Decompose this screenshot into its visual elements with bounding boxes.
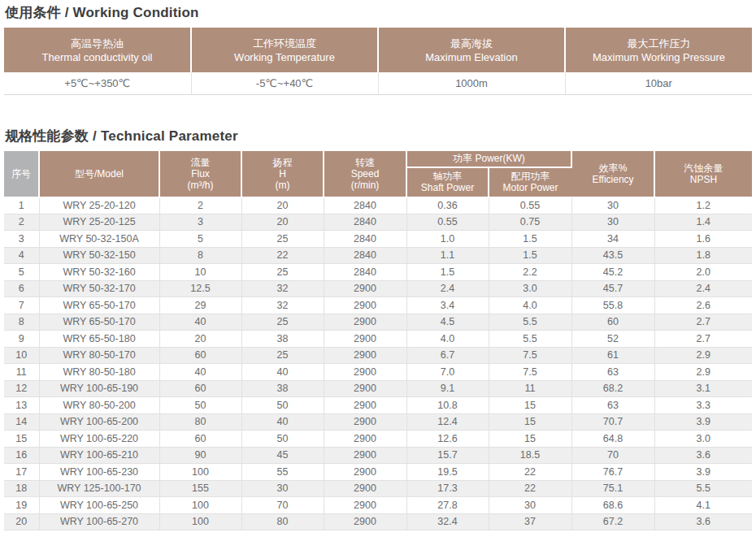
npsh-cell: 1.8 (654, 247, 752, 264)
motor-power-cell: 5.5 (489, 331, 571, 348)
technical-parameter-title: 规格性能参数 / Technical Parameter (5, 127, 752, 145)
col-header-maximum-working-pressure: 最大工作压力 Maximum Working Pressure (565, 28, 752, 72)
header-zh: 最高海拔 (379, 37, 564, 50)
col-header-serial: 序号 (4, 151, 39, 197)
shaft-power-cell: 15.7 (406, 447, 489, 464)
serial-cell: 15 (4, 431, 39, 448)
head-cell: 50 (241, 397, 324, 414)
flux-cell: 5 (159, 231, 241, 248)
efficiency-cell: 63 (571, 397, 654, 414)
serial-cell: 5 (4, 264, 39, 281)
efficiency-cell: 70 (571, 447, 654, 464)
table-row: 11WRY 80-50-180404029007.07.5632.9 (4, 364, 752, 381)
table-row: 20WRY 100-65-27010080290032.43767.23.6 (4, 513, 752, 530)
flux-cell: 155 (159, 480, 241, 497)
table-row: 15WRY 100-65-2206050290012.61564.83.0 (4, 431, 752, 448)
serial-cell: 17 (4, 464, 39, 481)
model-cell: WRY 65-50-170 (39, 314, 159, 331)
efficiency-cell: 68.6 (571, 497, 654, 514)
head-cell: 30 (241, 480, 324, 497)
flux-cell: 60 (159, 431, 241, 448)
head-cell: 50 (241, 431, 324, 448)
serial-cell: 3 (4, 231, 39, 248)
speed-cell: 2900 (324, 364, 406, 381)
serial-cell: 2 (4, 214, 39, 231)
model-cell: WRY 80-50-170 (39, 347, 159, 364)
speed-cell: 2900 (324, 297, 406, 314)
efficiency-cell: 70.7 (571, 413, 654, 431)
table-row: 3WRY 50-32-150A52528401.01.5341.6 (4, 231, 752, 248)
model-cell: WRY 100-65-220 (39, 431, 159, 448)
col-header-motor-power: 配用功率 Motor Power (489, 167, 571, 197)
table-row: 9WRY 65-50-180203829004.05.5522.7 (4, 331, 752, 348)
header-zh: 流量 (160, 157, 241, 168)
col-header-efficiency: 效率% Efficiency (571, 151, 654, 197)
flux-cell: 20 (159, 331, 241, 348)
shaft-power-cell: 1.1 (406, 247, 489, 264)
motor-power-cell: 2.2 (489, 264, 571, 281)
serial-cell: 10 (4, 347, 39, 364)
header-en: NPSH (655, 174, 752, 185)
col-header-power-group: 功率 Power(KW) (406, 151, 571, 167)
table-row: 12WRY 100-65-190603829009.11168.23.1 (4, 380, 752, 397)
head-cell: 25 (241, 264, 324, 281)
flux-cell: 100 (159, 497, 241, 514)
npsh-cell: 1.6 (654, 231, 752, 248)
motor-power-cell: 18.5 (489, 447, 571, 464)
npsh-cell: 2.6 (654, 297, 752, 314)
flux-cell: 40 (159, 314, 241, 331)
flux-cell: 29 (159, 297, 241, 314)
npsh-cell: 2.0 (654, 264, 752, 281)
header-en: Efficiency (572, 174, 654, 185)
shaft-power-cell: 12.4 (406, 413, 489, 431)
table-row: 1WRY 25-20-12022028400.360.55301.2 (4, 197, 752, 214)
table-row: 5WRY 50-32-160102528401.52.245.22.0 (4, 264, 752, 281)
efficiency-cell: 61 (571, 347, 654, 364)
speed-cell: 2900 (324, 397, 406, 414)
header-zh: 工作环境温度 (192, 37, 377, 50)
table-row: 13WRY 80-50-2005050290010.815633.3 (4, 397, 752, 414)
header-zh: 效率% (572, 162, 654, 174)
speed-cell: 2840 (324, 247, 406, 264)
model-cell: WRY 100-65-270 (39, 513, 159, 530)
model-cell: WRY 100-65-210 (39, 447, 159, 464)
col-header-working-temperature: 工作环境温度 Working Temperature (191, 28, 378, 72)
speed-cell: 2900 (324, 497, 406, 514)
npsh-cell: 1.2 (654, 197, 752, 214)
model-cell: WRY 50-32-170 (39, 280, 159, 297)
header-en: Maximum Elevation (379, 50, 564, 64)
efficiency-cell: 60 (571, 314, 654, 331)
speed-cell: 2840 (324, 197, 406, 214)
efficiency-cell: 43.5 (571, 247, 654, 264)
flux-cell: 50 (159, 397, 241, 414)
npsh-cell: 2.7 (654, 331, 752, 348)
flux-cell: 8 (159, 247, 241, 264)
motor-power-cell: 7.5 (489, 347, 571, 364)
header-en: Speed (324, 168, 406, 180)
serial-cell: 8 (4, 314, 39, 331)
speed-cell: 2900 (324, 331, 406, 348)
model-cell: WRY 80-50-180 (39, 364, 159, 381)
speed-cell: 2900 (324, 513, 406, 530)
model-cell: WRY 50-32-150 (39, 247, 159, 264)
model-cell: WRY 25-20-125 (39, 214, 159, 231)
table-row: 14WRY 100-65-2008040290012.41570.73.9 (4, 413, 752, 431)
model-cell: WRY 25-20-120 (39, 197, 159, 214)
serial-cell: 16 (4, 447, 39, 464)
motor-power-cell: 0.75 (489, 214, 571, 231)
shaft-power-cell: 1.5 (406, 264, 489, 281)
npsh-cell: 2.4 (654, 280, 752, 297)
header-en: Thermal conductivity oil (4, 50, 190, 64)
motor-power-cell: 37 (489, 513, 571, 530)
table-row: 2WRY 25-20-12532028400.550.75301.4 (4, 214, 752, 231)
flux-cell: 100 (159, 464, 241, 481)
npsh-cell: 5.5 (654, 480, 752, 497)
flux-cell: 3 (159, 214, 241, 231)
head-cell: 38 (241, 331, 324, 348)
speed-cell: 2900 (324, 413, 406, 431)
col-header-model: 型号/Model (39, 151, 159, 197)
flux-cell: 90 (159, 447, 241, 464)
shaft-power-cell: 3.4 (406, 297, 489, 314)
serial-cell: 7 (4, 297, 39, 314)
serial-cell: 20 (4, 513, 39, 530)
